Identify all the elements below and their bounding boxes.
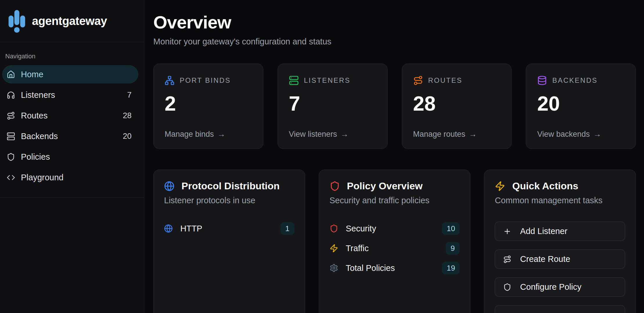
shield-icon — [503, 283, 511, 291]
sidebar-item-playground[interactable]: Playground — [2, 168, 138, 186]
logo-text: agentgateway — [32, 15, 107, 28]
stat-card-backends: BACKENDS20View backends→ — [526, 64, 636, 149]
shield-icon — [330, 181, 340, 191]
panel-row-security: Security10 — [330, 222, 460, 235]
stat-card-link-label: Manage routes — [413, 130, 465, 139]
protocol-rows: HTTP1 — [164, 222, 294, 235]
sidebar-item-routes[interactable]: Routes28 — [2, 107, 138, 125]
page-subtitle: Monitor your gateway's configuration and… — [153, 37, 636, 46]
zap-icon — [495, 181, 505, 191]
sidebar-item-label: Playground — [21, 173, 132, 182]
policy-overview-panel: Policy Overview Security and traffic pol… — [319, 170, 471, 313]
panel-row-traffic: Traffic9 — [330, 241, 460, 255]
quick-action-configure-policy[interactable]: Configure Policy — [495, 277, 625, 297]
stat-card-label: PORT BINDS — [180, 76, 231, 84]
sidebar-item-listeners[interactable]: Listeners7 — [2, 86, 138, 104]
quick-actions-panel: Quick Actions Common management tasks Ad… — [484, 170, 636, 313]
home-icon — [7, 70, 15, 79]
stat-card-value: 2 — [165, 93, 252, 114]
gear-icon — [330, 264, 338, 272]
logo[interactable]: agentgateway — [0, 0, 144, 42]
stat-card-routes: ROUTES28Manage routes→ — [402, 64, 512, 149]
arrow-right-icon: → — [217, 130, 225, 139]
quick-action-label: Configure Policy — [520, 282, 581, 292]
stat-cards-row: PORT BINDS2Manage binds→LISTENERS7View l… — [153, 64, 636, 149]
stat-card-link-label: View listeners — [289, 130, 337, 139]
quick-action-label: Add Listener — [520, 226, 567, 236]
stat-card-listeners: LISTENERS7View listeners→ — [278, 64, 388, 149]
protocol-distribution-panel: Protocol Distribution Listener protocols… — [153, 170, 305, 313]
stat-card-link-manage-routes[interactable]: Manage routes→ — [413, 130, 501, 139]
stat-card-value: 28 — [413, 93, 501, 114]
sidebar-item-home[interactable]: Home — [2, 65, 138, 83]
panel-row-total-policies: Total Policies19 — [330, 261, 460, 275]
shield-icon — [330, 224, 338, 233]
arrow-right-icon: → — [469, 130, 477, 139]
sidebar-item-count: 7 — [127, 91, 132, 100]
panel-header: Protocol Distribution — [164, 180, 294, 192]
sidebar-item-label: Policies — [21, 152, 132, 162]
sidebar-item-label: Listeners — [21, 90, 121, 100]
route-icon — [503, 255, 511, 263]
stat-card-label: ROUTES — [428, 76, 463, 84]
globe-icon — [164, 224, 173, 233]
shield-icon — [7, 153, 15, 161]
zap-icon — [330, 244, 338, 253]
quick-action-button-4[interactable] — [495, 305, 625, 313]
panel-title: Quick Actions — [512, 180, 578, 192]
quick-actions-list: Add ListenerCreate RouteConfigure Policy — [495, 222, 625, 313]
main-content: Overview Monitor your gateway's configur… — [144, 0, 644, 313]
sidebar-item-backends[interactable]: Backends20 — [2, 127, 138, 145]
quick-action-add-listener[interactable]: Add Listener — [495, 222, 625, 241]
count-badge: 10 — [442, 222, 460, 235]
panel-header: Policy Overview — [330, 180, 460, 192]
stat-card-header: PORT BINDS — [165, 75, 252, 85]
panel-subtitle: Listener protocols in use — [164, 196, 294, 205]
stat-card-value: 20 — [537, 93, 625, 114]
row-label: Total Policies — [346, 263, 435, 273]
quick-action-create-route[interactable]: Create Route — [495, 249, 625, 269]
server-icon — [289, 75, 299, 85]
server-icon — [7, 132, 15, 141]
stat-card-link-label: View backends — [537, 130, 590, 139]
row-label: Security — [346, 224, 435, 233]
stat-card-link-view-listeners[interactable]: View listeners→ — [289, 130, 376, 139]
count-badge: 19 — [442, 262, 460, 274]
policy-rows: Security10Traffic9Total Policies19 — [330, 222, 460, 275]
stat-card-header: ROUTES — [413, 75, 501, 85]
arrow-right-icon: → — [341, 130, 348, 139]
sidebar: agentgateway Navigation HomeListeners7Ro… — [0, 0, 144, 313]
panel-title: Protocol Distribution — [181, 180, 280, 192]
quick-action-label: Create Route — [520, 254, 570, 264]
app-root: agentgateway Navigation HomeListeners7Ro… — [0, 0, 644, 313]
count-badge: 1 — [280, 222, 294, 235]
sidebar-item-count: 28 — [123, 111, 132, 120]
code-icon — [7, 173, 15, 182]
plus-icon — [503, 227, 511, 235]
globe-icon — [164, 181, 175, 191]
nav-list: HomeListeners7Routes28Backends20Policies… — [0, 65, 144, 186]
sidebar-item-label: Home — [21, 70, 132, 79]
sidebar-item-label: Backends — [21, 132, 117, 141]
stat-card-label: LISTENERS — [304, 76, 350, 84]
sidebar-item-count: 20 — [123, 132, 132, 141]
network-icon — [165, 75, 175, 85]
panel-subtitle: Common management tasks — [495, 196, 625, 205]
agentgateway-logo-icon — [8, 8, 26, 34]
panel-header: Quick Actions — [495, 180, 625, 192]
sidebar-item-policies[interactable]: Policies — [2, 148, 138, 166]
nav-section-label: Navigation — [5, 53, 144, 60]
stat-card-link-label: Manage binds — [165, 130, 214, 139]
sidebar-item-label: Routes — [21, 111, 117, 120]
arrow-right-icon: → — [593, 130, 601, 139]
count-badge: 9 — [446, 242, 460, 255]
stat-card-label: BACKENDS — [552, 76, 598, 84]
page-title: Overview — [153, 12, 636, 32]
panel-title: Policy Overview — [347, 180, 423, 192]
stat-card-link-manage-binds[interactable]: Manage binds→ — [165, 130, 252, 139]
route-icon — [413, 75, 423, 85]
stat-card-header: LISTENERS — [289, 75, 376, 85]
panel-row-http: HTTP1 — [164, 222, 294, 235]
stat-card-link-view-backends[interactable]: View backends→ — [537, 130, 625, 139]
stat-card-header: BACKENDS — [537, 75, 625, 85]
